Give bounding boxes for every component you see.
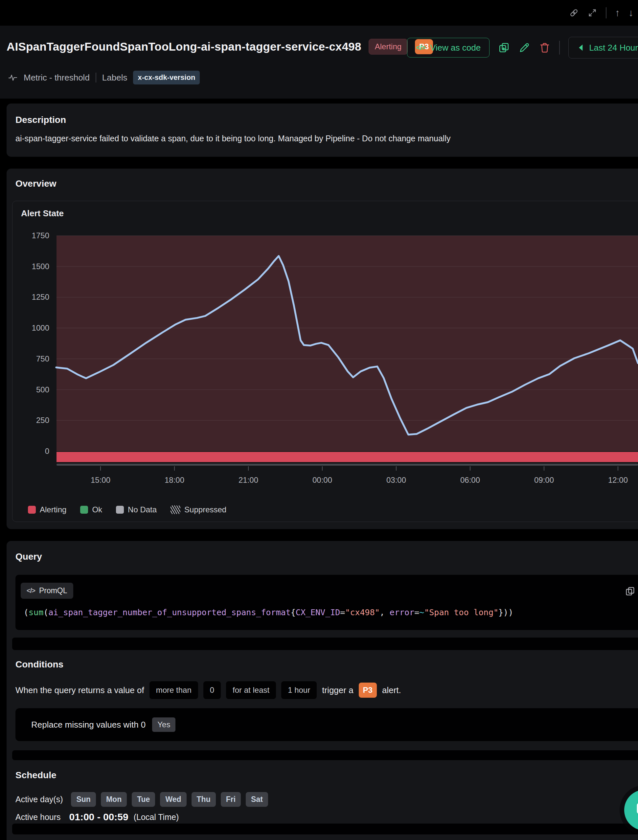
query-title: Query	[16, 552, 42, 562]
svg-text:12:00: 12:00	[608, 476, 628, 484]
controls-divider	[559, 41, 560, 55]
svg-text:500: 500	[36, 385, 49, 394]
alert-type-label: Metric - threshold	[24, 73, 90, 83]
svg-text:15:00: 15:00	[91, 476, 111, 484]
promql-query[interactable]: (sum(ai_span_tagger_number_of_unsupporte…	[24, 607, 513, 617]
svg-text:1000: 1000	[32, 323, 49, 332]
svg-text:18:00: 18:00	[164, 476, 184, 484]
day-chips: SunMonTueWedThuFriSat	[71, 792, 268, 807]
description-panel: Description ai-span-tagger-service faile…	[6, 103, 638, 157]
day-chip-fri[interactable]: Fri	[221, 792, 241, 807]
legend-swatch	[116, 506, 124, 514]
legend-label: Ok	[92, 505, 102, 514]
active-hours-value: 01:00 - 00:59	[69, 812, 128, 823]
svg-text:1500: 1500	[32, 262, 49, 271]
schedule-title: Schedule	[16, 770, 56, 780]
scroll-up-icon[interactable]: ↑	[615, 8, 620, 18]
day-chip-thu[interactable]: Thu	[191, 792, 216, 807]
svg-text:750: 750	[36, 354, 49, 363]
duplicate-icon[interactable]	[498, 42, 510, 54]
condition-chip[interactable]: more than	[150, 681, 198, 699]
legend-swatch	[28, 506, 36, 514]
scroll-down-icon[interactable]: ↓	[629, 8, 633, 18]
description-text: ai-span-tagger-service failed to validat…	[16, 134, 450, 143]
legend-label: Alerting	[40, 505, 66, 514]
alert-details-page: { "header": { "title": "AISpanTaggerFoun…	[0, 0, 638, 840]
replace-missing-label: Replace missing values with 0	[31, 720, 145, 730]
condition-chip[interactable]: 0	[203, 681, 221, 699]
view-as-code-button[interactable]: </> View as code	[407, 38, 490, 57]
code-icon: </>	[416, 43, 425, 52]
condition-text: alert.	[382, 685, 401, 695]
topbar-divider	[606, 7, 606, 18]
section-separator	[12, 824, 638, 834]
edit-icon[interactable]	[518, 42, 530, 54]
condition-text: trigger a	[322, 685, 353, 695]
svg-text:06:00: 06:00	[460, 476, 480, 484]
section-separator	[12, 750, 638, 760]
chat-bubble-icon	[635, 802, 638, 819]
svg-text:0: 0	[45, 447, 49, 456]
condition-sentence: When the query returns a value ofmore th…	[16, 682, 401, 699]
section-separator	[12, 638, 638, 650]
condition-chip[interactable]: 1 hour	[281, 681, 317, 699]
svg-text:03:00: 03:00	[386, 476, 406, 484]
description-title: Description	[16, 115, 66, 125]
active-hours-timezone: (Local Time)	[134, 812, 179, 822]
condition-chip[interactable]: for at least	[226, 681, 276, 699]
active-hours-label: Active hours	[16, 812, 61, 822]
day-chip-sat[interactable]: Sat	[246, 792, 268, 807]
status-badge: Alerting	[369, 39, 408, 55]
replace-missing-value-chip[interactable]: Yes	[152, 717, 175, 732]
legend-item-suppressed[interactable]: Suppressed	[171, 505, 226, 514]
legend-swatch	[80, 506, 88, 514]
legend-label: No Data	[128, 505, 157, 514]
day-chip-sun[interactable]: Sun	[71, 792, 96, 807]
legend-item-alerting[interactable]: Alerting	[28, 505, 66, 514]
labels-label: Labels	[102, 73, 128, 83]
label-chip[interactable]: x-cx-sdk-version	[133, 71, 200, 84]
legend-item-ok[interactable]: Ok	[80, 505, 102, 514]
condition-text: When the query returns a value of	[16, 685, 144, 695]
promql-code-box: </> PromQL (sum(ai_span_tagger_number_of…	[16, 575, 638, 630]
priority-badge: P3	[359, 683, 377, 698]
active-hours-row: Active hours 01:00 - 00:59 (Local Time)	[16, 810, 182, 824]
copy-code-icon[interactable]	[625, 586, 635, 596]
svg-text:1750: 1750	[32, 231, 49, 240]
active-days-label: Active day(s)	[16, 795, 63, 804]
active-days-row: Active day(s) SunMonTueWedThuFriSat	[16, 792, 268, 807]
alert-state-chart[interactable]: 15:0018:0021:0000:0003:0006:0009:0012:00…	[0, 230, 638, 486]
svg-text:21:00: 21:00	[238, 476, 258, 484]
page-title: AISpanTaggerFoundSpanTooLong-ai-span-tag…	[6, 40, 362, 53]
details-panel: Query </> PromQL (sum(ai_span_tagger_num…	[6, 541, 638, 840]
metric-pulse-icon	[8, 73, 18, 82]
promql-chip[interactable]: </> PromQL	[21, 583, 73, 599]
chart-title: Alert State	[21, 208, 64, 218]
replace-missing-panel: Replace missing values with 0 Yes	[16, 708, 638, 741]
meta-divider	[96, 73, 96, 82]
conditions-title: Conditions	[16, 659, 63, 670]
overview-title: Overview	[16, 179, 57, 189]
alert-header: AISpanTaggerFoundSpanTooLong-ai-span-tag…	[0, 25, 638, 99]
day-chip-tue[interactable]: Tue	[132, 792, 155, 807]
delete-icon[interactable]	[539, 42, 551, 54]
svg-text:1250: 1250	[32, 293, 49, 301]
day-chip-mon[interactable]: Mon	[101, 792, 127, 807]
svg-text:250: 250	[36, 416, 49, 425]
hatch-icon	[171, 505, 180, 514]
legend-item-no-data[interactable]: No Data	[116, 505, 157, 514]
link-icon[interactable]	[569, 8, 579, 18]
chart-legend: AlertingOkNo DataSuppressed	[28, 505, 226, 514]
chevron-left-icon	[578, 44, 583, 51]
expand-icon[interactable]	[587, 8, 597, 18]
code-icon: </>	[27, 587, 35, 595]
time-range-button[interactable]: Last 24 Hours	[569, 37, 638, 59]
day-chip-wed[interactable]: Wed	[160, 792, 186, 807]
top-bar: ↑ ↓	[0, 0, 638, 26]
svg-text:09:00: 09:00	[534, 476, 554, 484]
legend-label: Suppressed	[184, 505, 226, 514]
svg-text:00:00: 00:00	[313, 476, 332, 484]
